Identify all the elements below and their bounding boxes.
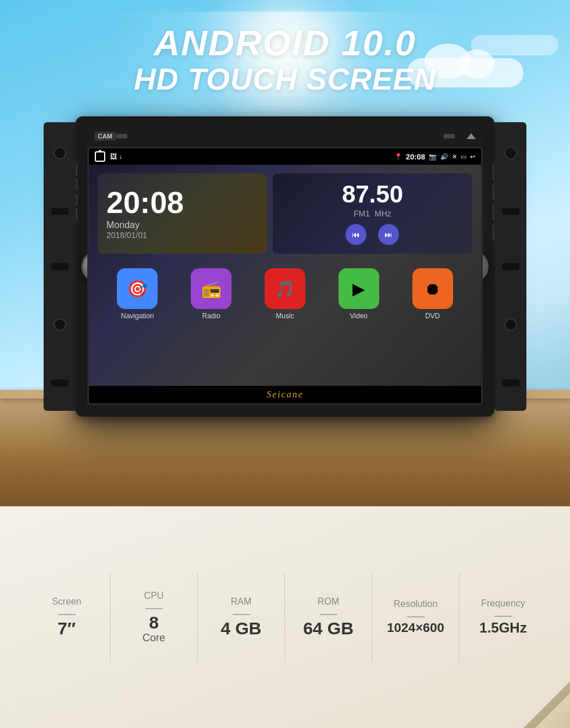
bracket-hole — [54, 147, 66, 159]
app-dvd-icon: ⏺ — [412, 268, 453, 309]
app-dvd[interactable]: ⏺ DVD — [412, 268, 453, 320]
spec-screen-label: Screen — [52, 596, 81, 607]
radio-band-row: FM1 MHz — [354, 209, 391, 218]
bracket-slot-3 — [51, 379, 69, 386]
bracket-slot-r3 — [502, 379, 519, 386]
spec-screen-value: 7″ — [58, 619, 76, 638]
location-icon: 📍 — [394, 153, 402, 161]
app-music[interactable]: 🎵 Music — [265, 268, 305, 320]
spec-rom-label: ROM — [318, 596, 339, 607]
bracket-slot-2 — [51, 263, 69, 270]
status-time: 20:08 — [406, 152, 425, 161]
hero-title: ANDROID 10.0 HD TOUCH SCREEN — [0, 23, 570, 96]
app-radio-label: Radio — [202, 312, 220, 320]
app-video-icon: ▶ — [339, 268, 379, 309]
screen-content: 20:08 Monday 2018/01/01 87.50 FM1 MHz — [89, 165, 481, 386]
app-dvd-label: DVD — [425, 312, 440, 320]
clock-day: Monday — [106, 220, 258, 230]
bracket-slot — [51, 208, 69, 215]
radio-next-btn[interactable]: ⏭ — [378, 224, 399, 245]
apps-row: 🎯 Navigation 📻 Radio 🎵 Music ▶ — [98, 262, 472, 326]
spec-freq-label: Frequency — [481, 598, 525, 609]
android-status-bar: 🖼 ↓ 📍 20:08 📷 🔊 ✕ ▭ ↩ — [89, 148, 481, 165]
top-dot-2 — [443, 134, 455, 139]
spec-screen: Screen 7″ — [23, 573, 111, 662]
volume-icon: 🔊 — [440, 153, 448, 161]
spec-divider-5 — [494, 616, 512, 617]
stereo-unit: NAVI DVD MUT BND ⏭ ⏮ ☎ 📞 CAM — [76, 116, 494, 417]
radio-band: FM1 — [354, 209, 370, 218]
paper-curl — [523, 681, 570, 728]
specs-grid: Screen 7″ CPU 8 Core RAM 4 GB ROM 64 GB … — [23, 573, 547, 662]
spec-frequency: Frequency 1.5GHz — [459, 573, 547, 662]
camera-status-icon: 📷 — [429, 153, 437, 161]
top-dot — [116, 134, 127, 139]
radio-prev-btn[interactable]: ⏮ — [345, 224, 366, 245]
title-line2: HD TOUCH SCREEN — [0, 63, 570, 96]
spec-divider-2 — [233, 614, 250, 615]
spec-ram: RAM 4 GB — [198, 573, 285, 662]
spec-divider-0 — [58, 614, 76, 615]
back-icon[interactable]: ↩ — [470, 153, 475, 161]
spec-ram-value: 4 GB — [220, 619, 261, 638]
spec-divider-3 — [320, 614, 337, 615]
spec-res-label: Resolution — [394, 599, 438, 609]
spec-cpu-value: 8 — [149, 613, 159, 632]
bracket-right — [494, 122, 526, 411]
radio-card: 87.50 FM1 MHz ⏮ ⏭ — [273, 173, 472, 254]
close-icon: ✕ — [452, 153, 457, 161]
seicane-bar: Seicane — [89, 386, 481, 403]
clock-date: 2018/01/01 — [106, 230, 258, 240]
clock-time: 20:08 — [106, 187, 258, 218]
seicane-text: Seicane — [266, 389, 304, 399]
radio-controls: ⏮ ⏭ — [345, 224, 399, 245]
spec-freq-value: 1.5GHz — [479, 620, 526, 635]
radio-frequency: 87.50 — [342, 182, 403, 207]
bracket-left — [44, 122, 76, 411]
stereo-wrapper: NAVI DVD MUT BND ⏭ ⏮ ☎ 📞 CAM — [76, 116, 494, 417]
bracket-slot-r2 — [502, 263, 519, 270]
cam-label: CAM — [94, 132, 116, 141]
specs-section: Screen 7″ CPU 8 Core RAM 4 GB ROM 64 GB … — [0, 506, 570, 728]
app-music-icon: 🎵 — [265, 268, 305, 309]
spec-rom: ROM 64 GB — [285, 573, 372, 662]
spec-cpu: CPU 8 Core — [111, 573, 198, 662]
window-icon: ▭ — [461, 153, 466, 161]
title-line1: ANDROID 10.0 — [0, 23, 570, 63]
spec-res-value: 1024×600 — [387, 621, 444, 635]
spec-divider-1 — [145, 608, 163, 609]
clock-card: 20:08 Monday 2018/01/01 — [98, 173, 267, 254]
bracket-hole-2 — [54, 318, 66, 331]
status-image-icon: 🖼 ↓ — [110, 152, 122, 161]
app-radio[interactable]: 📻 Radio — [191, 268, 231, 320]
home-icon[interactable] — [95, 151, 105, 162]
hero-section: ANDROID 10.0 HD TOUCH SCREEN — [0, 0, 570, 506]
spec-resolution: Resolution 1024×600 — [372, 573, 459, 662]
app-music-label: Music — [276, 312, 294, 320]
spec-cpu-sub: Core — [142, 632, 165, 644]
app-nav-label: Navigation — [121, 312, 154, 320]
bracket-hole-r1 — [504, 147, 517, 159]
app-nav-icon: 🎯 — [117, 268, 158, 309]
bracket-hole-r2 — [504, 318, 517, 331]
app-radio-icon: 📻 — [191, 268, 231, 309]
app-video[interactable]: ▶ Video — [339, 268, 379, 320]
app-navigation[interactable]: 🎯 Navigation — [117, 268, 158, 320]
app-video-label: Video — [350, 312, 368, 320]
status-left: 🖼 ↓ — [95, 151, 122, 162]
spec-rom-value: 64 GB — [303, 619, 354, 638]
bracket-slot-r1 — [502, 208, 519, 215]
spec-ram-label: RAM — [231, 596, 252, 607]
top-bar: CAM — [87, 128, 483, 144]
eject-icon[interactable] — [466, 133, 476, 139]
media-row: 20:08 Monday 2018/01/01 87.50 FM1 MHz — [98, 173, 472, 254]
spec-cpu-label: CPU — [144, 591, 164, 601]
screen-container: 🖼 ↓ 📍 20:08 📷 🔊 ✕ ▭ ↩ — [87, 147, 483, 405]
spec-divider-4 — [407, 616, 425, 617]
radio-unit: MHz — [375, 209, 391, 218]
